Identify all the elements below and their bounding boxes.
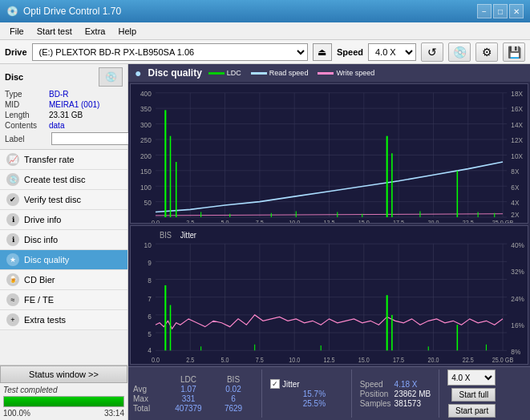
disc-length-label: Length (5, 111, 49, 119)
disc-type-row: Type BD-R (5, 90, 123, 99)
svg-text:16X: 16X (511, 105, 523, 113)
max-bis: 6 (213, 394, 253, 403)
svg-text:200: 200 (140, 152, 152, 160)
svg-text:40%: 40% (511, 240, 524, 249)
save-button[interactable]: 💾 (503, 42, 525, 62)
svg-text:17.5: 17.5 (393, 356, 405, 364)
max-ldc: 331 (168, 394, 208, 403)
sidebar-item-fe-te[interactable]: ≈ FE / TE (0, 290, 127, 310)
chart-icon: ● (135, 67, 141, 79)
menu-file[interactable]: File (3, 25, 30, 38)
legend-read-speed-color (251, 72, 267, 75)
refresh-button[interactable]: ↺ (421, 42, 443, 62)
maximize-button[interactable]: □ (493, 4, 508, 18)
sidebar-item-create-test-disc[interactable]: 💿 Create test disc (0, 170, 127, 190)
disc-icon-button[interactable]: 💿 (99, 67, 123, 87)
action-area: 4.0 X Start full Start part (447, 370, 496, 418)
menu-help[interactable]: Help (111, 25, 143, 38)
svg-text:8%: 8% (511, 347, 520, 356)
sidebar-item-fe-te-label: FE / TE (24, 295, 54, 305)
eject-button[interactable]: ⏏ (313, 43, 332, 61)
disc-contents-row: Contents data (5, 121, 123, 130)
status-bar: Status window >> Test completed 100.0% 3… (0, 365, 127, 420)
chart-legend: LDC Read speed Write speed (208, 69, 374, 77)
drive-select[interactable]: (E:) PLEXTOR BD-R PX-LB950SA 1.06 (32, 43, 308, 61)
total-bis: 7629 (213, 404, 253, 413)
start-part-button[interactable]: Start part (448, 404, 496, 418)
minimize-button[interactable]: − (477, 4, 492, 18)
menu-extra[interactable]: Extra (79, 25, 112, 38)
svg-text:5.0: 5.0 (221, 356, 230, 364)
menubar: File Start test Extra Help (0, 22, 530, 40)
bottom-chart-svg: BIS Jitter (131, 226, 528, 365)
legend-write-speed-label: Write speed (336, 69, 374, 77)
svg-text:2.5: 2.5 (186, 219, 194, 223)
sidebar-item-drive-info[interactable]: ℹ Drive info (0, 210, 127, 230)
svg-text:400: 400 (140, 90, 152, 98)
svg-text:18X: 18X (511, 90, 523, 98)
sidebar-item-disc-quality[interactable]: ★ Disc quality (0, 250, 127, 270)
content-area: ● Disc quality LDC Read speed Write spee… (128, 64, 530, 420)
legend-write-speed-color (318, 72, 334, 75)
svg-text:14X: 14X (511, 121, 523, 129)
sidebar-item-disc-info[interactable]: ℹ Disc info (0, 230, 127, 250)
start-full-button[interactable]: Start full (451, 388, 496, 402)
close-button[interactable]: ✕ (509, 4, 524, 18)
disc-mid-value: MEIRA1 (001) (49, 100, 123, 109)
bis-header: BIS (213, 375, 253, 384)
svg-text:24%: 24% (511, 293, 524, 302)
stats-panel: LDC BIS Avg 1.07 0.02 Max 331 6 Total 40… (128, 366, 530, 420)
disc-type-label: Type (5, 90, 49, 99)
menu-start-test[interactable]: Start test (30, 25, 79, 38)
disc-button[interactable]: 💿 (448, 42, 471, 62)
svg-text:7.5: 7.5 (256, 356, 265, 364)
svg-text:9: 9 (148, 258, 152, 267)
disc-label-label: Label (5, 135, 49, 143)
speed-select[interactable]: 4.0 X (368, 43, 416, 61)
titlebar: 💿 Opti Drive Control 1.70 − □ ✕ (0, 0, 530, 22)
progress-bar-fill (4, 397, 123, 406)
settings-button[interactable]: ⚙ (475, 42, 498, 62)
disc-contents-value: data (49, 121, 123, 130)
svg-text:12.5: 12.5 (323, 219, 334, 223)
sidebar-item-disc-info-label: Disc info (24, 235, 58, 244)
avg-bis: 0.02 (213, 385, 253, 394)
disc-title: Disc (5, 72, 23, 82)
position-val: 23862 MB (394, 390, 431, 398)
progress-percent: 100.0% (3, 409, 30, 418)
svg-text:8X: 8X (511, 168, 519, 176)
svg-text:10.0: 10.0 (289, 356, 301, 364)
total-ldc: 407379 (168, 404, 208, 413)
sidebar-item-verify-test-disc-label: Verify test disc (24, 195, 81, 204)
sidebar-item-extra-tests[interactable]: + Extra tests (0, 310, 127, 330)
drive-info-icon: ℹ (6, 213, 19, 226)
titlebar-left: 💿 Opti Drive Control 1.70 (6, 6, 121, 17)
svg-text:50: 50 (144, 199, 152, 207)
divider-3 (439, 370, 439, 418)
main-layout: Disc 💿 Type BD-R MID MEIRA1 (001) Length… (0, 64, 530, 420)
disc-quality-icon: ★ (6, 253, 19, 266)
avg-ldc: 1.07 (168, 385, 208, 394)
svg-text:250: 250 (140, 136, 152, 144)
svg-text:100: 100 (140, 183, 152, 191)
disc-type-value: BD-R (49, 90, 123, 99)
create-test-disc-icon: 💿 (6, 173, 19, 186)
samples-val: 381573 (394, 399, 431, 408)
status-window-button[interactable]: Status window >> (0, 365, 127, 383)
svg-text:15.0: 15.0 (358, 356, 370, 364)
bottom-chart: BIS Jitter (130, 225, 528, 365)
sidebar: Disc 💿 Type BD-R MID MEIRA1 (001) Length… (0, 64, 128, 420)
app-title: Opti Drive Control 1.70 (23, 6, 121, 17)
sidebar-item-verify-test-disc[interactable]: ✔ Verify test disc (0, 190, 127, 210)
svg-text:2.5: 2.5 (186, 356, 195, 364)
progress-time: 33:14 (104, 409, 124, 418)
jitter-checkbox[interactable]: ✓ (270, 379, 280, 389)
sidebar-item-cd-bier[interactable]: 🍺 CD Bier (0, 270, 127, 290)
svg-text:5.0: 5.0 (221, 219, 229, 223)
speed-select-stats[interactable]: 4.0 X (447, 370, 496, 386)
svg-text:20.0: 20.0 (427, 219, 439, 223)
verify-test-disc-icon: ✔ (6, 193, 19, 206)
svg-text:20.0: 20.0 (427, 356, 439, 364)
sidebar-item-transfer-rate[interactable]: 📈 Transfer rate (0, 150, 127, 170)
svg-text:22.5: 22.5 (463, 219, 474, 223)
